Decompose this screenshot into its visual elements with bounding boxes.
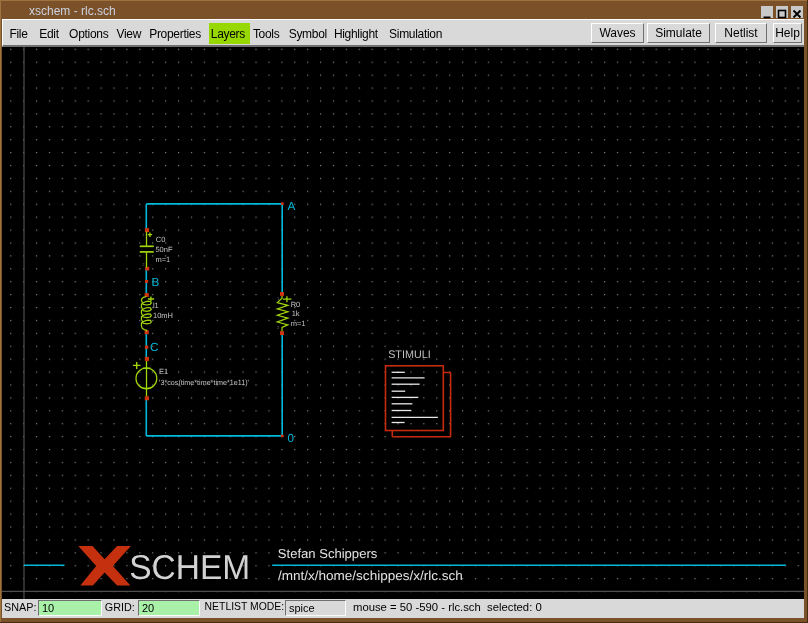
svg-text:10mH: 10mH bbox=[153, 311, 173, 320]
svg-text:50nF: 50nF bbox=[155, 245, 173, 254]
svg-text:E1: E1 bbox=[159, 367, 168, 376]
svg-text:/mnt/x/home/schippes/x/rlc.sch: /mnt/x/home/schippes/x/rlc.sch bbox=[278, 568, 463, 583]
svg-text:R0: R0 bbox=[291, 300, 301, 309]
svg-text:m=1: m=1 bbox=[155, 255, 170, 264]
svg-text:'3*cos(time*time*time*1e11)': '3*cos(time*time*time*1e11)' bbox=[159, 378, 249, 387]
svg-text:Stefan Schippers: Stefan Schippers bbox=[278, 546, 378, 561]
svg-text:1k: 1k bbox=[292, 309, 300, 318]
svg-text:l1: l1 bbox=[153, 301, 159, 310]
svg-text:B: B bbox=[152, 276, 160, 289]
svg-text:C: C bbox=[150, 341, 158, 354]
svg-text:STIMULI: STIMULI bbox=[388, 349, 431, 361]
svg-text:A: A bbox=[288, 200, 296, 213]
svg-text:m=1: m=1 bbox=[291, 319, 306, 328]
svg-text:SCHEM: SCHEM bbox=[129, 549, 250, 587]
svg-text:0: 0 bbox=[288, 432, 295, 445]
svg-text:C0: C0 bbox=[156, 235, 166, 244]
